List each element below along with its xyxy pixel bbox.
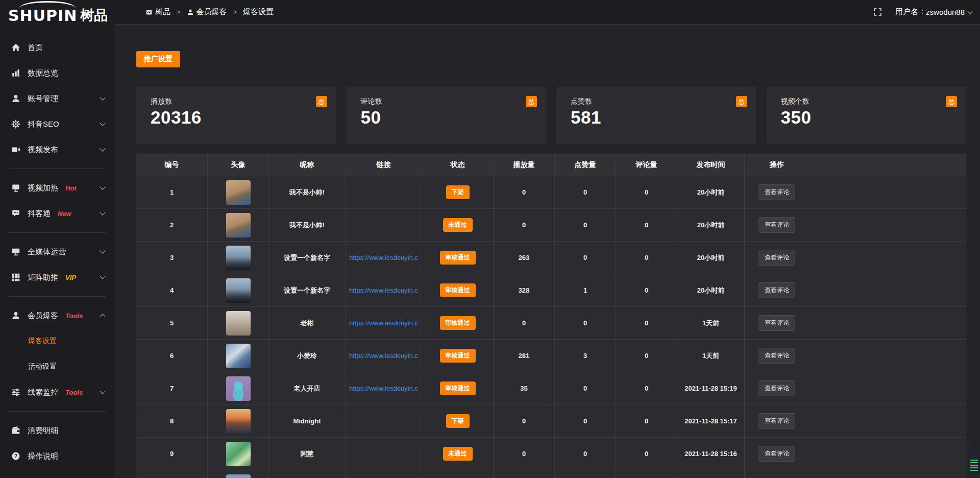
- row-filler: [809, 438, 966, 470]
- video-link[interactable]: https://www.iesdouyin.c: [349, 352, 418, 360]
- avatar: [226, 213, 251, 237]
- chevron-down-icon: [100, 94, 105, 100]
- sidebar-item-4[interactable]: 视频发布: [0, 137, 115, 162]
- view-comments-button[interactable]: 查看评论: [758, 446, 795, 462]
- person-icon: [187, 9, 194, 16]
- sidebar-item-9[interactable]: 全媒体运营: [0, 239, 115, 265]
- sidebar-item-label: 操作说明: [28, 451, 58, 461]
- status-badge: 审核通过: [440, 349, 476, 363]
- view-comments-button[interactable]: 查看评论: [758, 217, 795, 233]
- stat-card-2: 点赞数581总: [556, 87, 756, 144]
- sidebar-item-label: 矩阵助推: [28, 273, 58, 282]
- sidebar-item-3[interactable]: 抖音SEO: [0, 111, 115, 137]
- total-badge: 总: [316, 96, 327, 107]
- username-label: 用户名：: [895, 7, 926, 17]
- sidebar-subitem-14[interactable]: 活动设置: [0, 354, 115, 379]
- likes-cell: 0: [555, 372, 616, 404]
- fullscreen-icon[interactable]: [873, 8, 882, 16]
- avatar-cell: [208, 242, 269, 274]
- app-logo: SHUPIN 树品: [0, 0, 115, 31]
- sidebar-item-17[interactable]: 消费明细: [0, 418, 115, 443]
- column-header-0: 编号: [136, 154, 208, 176]
- link-cell: [346, 438, 422, 470]
- sidebar-item-1[interactable]: 数据总览: [0, 60, 115, 86]
- comments-cell: 0: [616, 405, 677, 437]
- table-row: 8Midnight下架0002021-11-28 15:17查看评论: [136, 405, 966, 438]
- video-link[interactable]: https://www.iesdouyin.c: [349, 286, 418, 294]
- breadcrumb-item-2: 爆客设置: [243, 7, 274, 17]
- stat-card-label: 评论数: [361, 97, 537, 106]
- video-link[interactable]: https://www.iesdouyin.c: [349, 254, 418, 261]
- table-row: 1我不是小帅!下架00020小时前查看评论: [136, 176, 966, 209]
- nickname-cell: 老彬: [269, 307, 346, 339]
- logo-arc: [19, 1, 76, 8]
- row-number: 6: [136, 340, 208, 372]
- link-cell: https://www.iesdouyin.c: [346, 372, 422, 404]
- sidebar-item-label: 抖客通: [28, 209, 51, 219]
- sidebar-item-0[interactable]: 首页: [0, 35, 115, 60]
- view-comments-button[interactable]: 查看评论: [758, 413, 795, 429]
- total-badge: 总: [946, 96, 957, 107]
- action-cell: 查看评论: [745, 274, 809, 306]
- avatar-cell: [208, 176, 269, 208]
- sidebar-item-label: 消费明细: [28, 426, 58, 436]
- sidebar-item-18[interactable]: ?操作说明: [0, 443, 115, 469]
- nickname-cell: 我不是小帅!: [269, 176, 346, 208]
- status-badge: 审核通过: [440, 283, 476, 297]
- sidebar-item-badge: Tools: [65, 389, 83, 396]
- plays-cell: 0: [494, 405, 555, 437]
- sidebar-item-6[interactable]: 视频加热Hot: [0, 175, 115, 201]
- total-badge: 总: [736, 96, 747, 107]
- breadcrumb-item-1[interactable]: 会员爆客: [187, 7, 227, 17]
- nickname-cell: 老人开店: [269, 372, 346, 404]
- link-cell: https://www.iesdouyin.c: [346, 340, 422, 372]
- view-comments-button[interactable]: 查看评论: [758, 282, 795, 298]
- promo-settings-button[interactable]: 推广设置: [136, 51, 180, 67]
- sliders-icon: [11, 388, 20, 397]
- link-cell: https://www.iesdouyin.c: [346, 242, 422, 274]
- plays-cell: [494, 470, 555, 478]
- avatar: [226, 311, 251, 336]
- user-dropdown[interactable]: 用户名： zswodun88: [895, 7, 972, 17]
- chat-icon: [11, 209, 20, 218]
- row-filler: [809, 209, 966, 241]
- sidebar-subitem-13[interactable]: 爆客设置: [0, 328, 115, 354]
- sidebar-item-label: 首页: [28, 43, 43, 53]
- breadcrumb-item-0[interactable]: 树品: [145, 7, 170, 17]
- sidebar-item-10[interactable]: 矩阵助推VIP: [0, 265, 115, 290]
- stat-card-value: 581: [571, 107, 747, 128]
- link-cell: [346, 405, 422, 437]
- likes-cell: 1: [555, 274, 616, 306]
- widget-stripes: [970, 460, 978, 472]
- view-comments-button[interactable]: 查看评论: [758, 315, 795, 331]
- video-link[interactable]: https://www.iesdouyin.c: [349, 319, 418, 327]
- plays-cell: 281: [494, 340, 555, 372]
- floating-widget[interactable]: [968, 442, 980, 475]
- chevron-up-icon: [100, 314, 105, 319]
- status-badge: 未通过: [443, 218, 473, 232]
- time-cell: 2021-11-28 15:16: [677, 438, 745, 470]
- comments-cell: 0: [616, 242, 677, 274]
- view-comments-button[interactable]: 查看评论: [758, 184, 795, 200]
- sidebar-item-12[interactable]: 会员爆客Tools: [0, 303, 115, 328]
- sidebar-item-15[interactable]: 线索监控Tools: [0, 379, 115, 405]
- column-header-5: 播放量: [494, 154, 555, 176]
- breadcrumb-label: 会员爆客: [197, 7, 227, 17]
- sidebar-item-2[interactable]: 账号管理: [0, 86, 115, 111]
- stat-card-value: 20316: [151, 107, 327, 128]
- view-comments-button[interactable]: 查看评论: [758, 250, 795, 266]
- time-cell: [677, 470, 745, 478]
- likes-cell: 0: [555, 438, 616, 470]
- sidebar-item-label: 视频加热: [28, 183, 58, 193]
- topbar-right: 用户名： zswodun88: [873, 7, 972, 17]
- view-comments-button[interactable]: 查看评论: [758, 380, 795, 396]
- sidebar-item-7[interactable]: 抖客通New: [0, 201, 115, 226]
- sidebar-item-badge: New: [58, 210, 71, 218]
- chart-icon: [11, 68, 20, 78]
- table-row: 7老人开店https://www.iesdouyin.c审核通过35002021…: [136, 372, 966, 405]
- action-cell: 查看评论: [745, 209, 809, 241]
- video-link[interactable]: https://www.iesdouyin.c: [349, 385, 418, 392]
- link-cell: [346, 470, 422, 478]
- likes-cell: 0: [555, 307, 616, 339]
- view-comments-button[interactable]: 查看评论: [758, 348, 795, 364]
